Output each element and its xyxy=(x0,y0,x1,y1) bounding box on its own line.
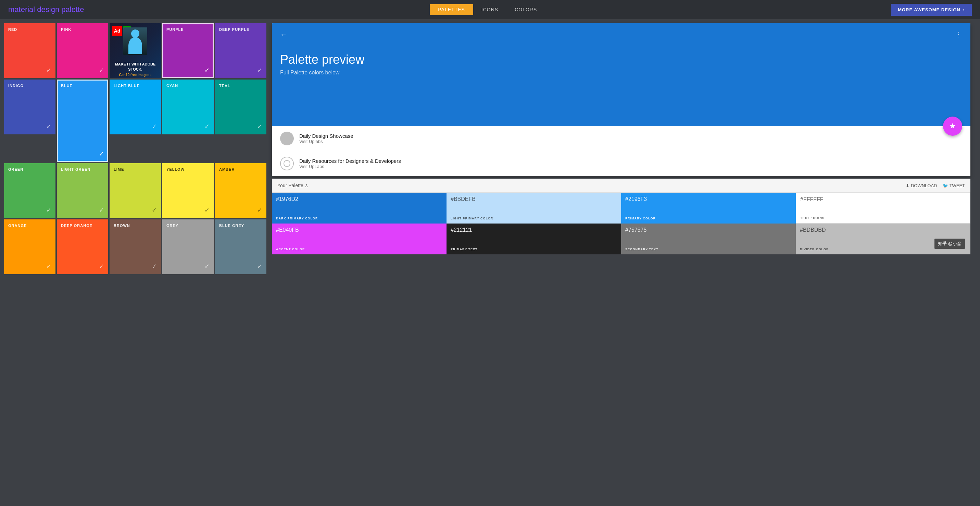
preview-header-top: ← ⋮ xyxy=(280,30,962,38)
nav-tabs: PALETTES ICONS COLORS xyxy=(430,4,545,15)
palette-hex-accent: #E040FB xyxy=(276,227,442,233)
palette-color-accent: #E040FB ACCENT COLOR xyxy=(272,223,447,254)
palette-color-primary: #2196F3 PRIMARY COLOR xyxy=(621,193,796,223)
tab-icons[interactable]: ICONS xyxy=(473,4,506,15)
preview-card: ← ⋮ Palette preview Full Palette colors … xyxy=(272,23,970,176)
color-cell-orange[interactable]: ORANGE ✓ xyxy=(4,219,56,274)
color-cell-amber[interactable]: AMBER ✓ xyxy=(215,163,266,218)
palette-hex-text-icons: #FFFFFF xyxy=(800,196,966,203)
ad-main-text: MAKE IT WITH ADOBE STOCK. xyxy=(110,62,161,72)
color-cell-indigo[interactable]: INDIGO ✓ xyxy=(4,80,56,134)
color-cell-blue-grey[interactable]: BLUE GREY ✓ xyxy=(215,219,266,274)
color-cell-yellow[interactable]: YELLOW ✓ xyxy=(162,163,214,218)
palette-section: Your Palette ∧ ⬇ DOWNLOAD 🐦 TWEET #19 xyxy=(272,179,970,254)
palette-title-label: Your Palette xyxy=(277,183,303,188)
adobe-icon: Ad xyxy=(112,26,122,36)
logo-text: material design xyxy=(8,5,61,14)
palette-color-dark-primary: #1976D2 DARK PRIMARY COLOR xyxy=(272,193,447,223)
list-item-1-subtitle: Visit Uplabs xyxy=(299,139,353,144)
list-item-1-title: Daily Design Showcase xyxy=(299,133,353,139)
list-item-1: Daily Design Showcase Visit Uplabs xyxy=(272,126,970,151)
ad-cell[interactable]: Ad St MAKE IT WITH ADOBE STOCK. Get 10 f… xyxy=(110,23,161,78)
download-label: DOWNLOAD xyxy=(911,183,937,188)
list-icon-ring xyxy=(280,156,294,171)
list-item-1-text: Daily Design Showcase Visit Uplabs xyxy=(299,133,353,144)
color-cell-light-green[interactable]: LIGHT GREEN ✓ xyxy=(57,163,108,218)
palette-label-primary: PRIMARY COLOR xyxy=(625,217,792,220)
palette-header: Your Palette ∧ ⬇ DOWNLOAD 🐦 TWEET xyxy=(272,179,970,193)
color-cell-brown[interactable]: BROWN ✓ xyxy=(110,219,161,274)
fab-star-icon: ★ xyxy=(949,122,956,131)
palette-color-light-primary: #BBDEFB LIGHT PRIMARY COLOR xyxy=(447,193,621,223)
back-icon[interactable]: ← xyxy=(280,30,287,38)
color-cell-red[interactable]: RED ✓ xyxy=(4,23,56,78)
palette-hex-divider: #BDBDBD xyxy=(800,227,966,233)
preview-subtitle: Full Palette colors below xyxy=(280,70,962,76)
palette-chevron-icon[interactable]: ∧ xyxy=(305,183,308,188)
fab-button[interactable]: ★ xyxy=(943,117,962,136)
palette-hex-secondary-text: #757575 xyxy=(625,227,792,233)
palette-hex-primary: #2196F3 xyxy=(625,196,792,202)
palette-label-dark-primary: DARK PRIMARY COLOR xyxy=(276,217,442,220)
palette-colors-row2: #E040FB ACCENT COLOR #212121 PRIMARY TEX… xyxy=(272,223,970,254)
list-icon-circle xyxy=(280,132,294,145)
color-cell-purple[interactable]: PURPLE ✓ xyxy=(162,23,214,78)
palette-hex-dark-primary: #1976D2 xyxy=(276,196,442,202)
color-cell-cyan[interactable]: CYAN ✓ xyxy=(162,80,214,134)
tab-colors[interactable]: COLORS xyxy=(506,4,545,15)
preview-title: Palette preview xyxy=(280,52,962,67)
tweet-button[interactable]: 🐦 TWEET xyxy=(943,183,965,188)
download-button[interactable]: ⬇ DOWNLOAD xyxy=(906,183,937,188)
btn-awesome-arrow: › xyxy=(963,7,965,12)
palette-actions: ⬇ DOWNLOAD 🐦 TWEET xyxy=(906,183,965,188)
more-awesome-design-button[interactable]: MORE AWESOME DESIGN › xyxy=(891,4,972,16)
palette-title: Your Palette ∧ xyxy=(277,183,308,188)
palette-label-primary-text: PRIMARY TEXT xyxy=(450,247,617,251)
list-item-2: Daily Resources for Designers & Develope… xyxy=(272,151,970,176)
palette-hex-primary-text: #212121 xyxy=(450,227,617,233)
preview-header: ← ⋮ Palette preview Full Palette colors … xyxy=(272,23,970,126)
watermark: 知乎 @小念 xyxy=(934,239,965,249)
btn-awesome-label: MORE AWESOME DESIGN xyxy=(898,7,960,12)
palette-label-light-primary: LIGHT PRIMARY COLOR xyxy=(450,217,617,220)
color-cell-teal[interactable]: TEAL ✓ xyxy=(215,80,266,134)
logo: material design palette xyxy=(8,5,84,14)
color-cell-lime[interactable]: LIME ✓ xyxy=(110,163,161,218)
main-content: RED ✓ PINK ✓ Ad St MAKE IT WITH ADOBE ST… xyxy=(0,19,980,278)
color-grid: RED ✓ PINK ✓ Ad St MAKE IT WITH ADOBE ST… xyxy=(4,23,266,274)
color-cell-grey[interactable]: GREY ✓ xyxy=(162,219,214,274)
list-icon-ring-inner xyxy=(283,160,290,167)
list-item-2-title: Daily Resources for Designers & Develope… xyxy=(299,158,401,164)
palette-color-text-icons: #FFFFFF TEXT / ICONS xyxy=(796,193,970,223)
logo-accent: palette xyxy=(61,5,84,14)
header: material design palette PALETTES ICONS C… xyxy=(0,0,980,19)
palette-label-secondary-text: SECONDARY TEXT xyxy=(625,247,792,251)
download-icon: ⬇ xyxy=(906,183,910,188)
palette-label-accent: ACCENT COLOR xyxy=(276,247,442,251)
tab-palettes[interactable]: PALETTES xyxy=(430,4,473,15)
color-cell-deep-purple[interactable]: DEEP PURPLE ✓ xyxy=(215,23,266,78)
palette-color-secondary-text: #757575 SECONDARY TEXT xyxy=(621,223,796,254)
palette-colors-row1: #1976D2 DARK PRIMARY COLOR #BBDEFB LIGHT… xyxy=(272,193,970,223)
more-icon[interactable]: ⋮ xyxy=(955,30,962,38)
tweet-label: TWEET xyxy=(950,183,965,188)
color-cell-deep-orange[interactable]: DEEP ORANGE ✓ xyxy=(57,219,108,274)
color-cell-green[interactable]: GREEN ✓ xyxy=(4,163,56,218)
right-panel: ← ⋮ Palette preview Full Palette colors … xyxy=(266,23,976,274)
preview-body: Daily Design Showcase Visit Uplabs Daily… xyxy=(272,126,970,176)
color-cell-pink[interactable]: PINK ✓ xyxy=(57,23,108,78)
palette-color-primary-text: #212121 PRIMARY TEXT xyxy=(447,223,621,254)
palette-hex-light-primary: #BBDEFB xyxy=(450,196,617,202)
palette-label-text-icons: TEXT / ICONS xyxy=(800,216,966,220)
ad-sub-text: Get 10 free images › xyxy=(119,73,151,77)
list-item-2-text: Daily Resources for Designers & Develope… xyxy=(299,158,401,169)
list-item-2-subtitle: Visit UpLabs xyxy=(299,164,401,169)
color-cell-light-blue[interactable]: LIGHT BLUE ✓ xyxy=(110,80,161,134)
tweet-icon: 🐦 xyxy=(943,183,948,188)
color-cell-blue[interactable]: BLUE ✓ xyxy=(57,80,108,162)
